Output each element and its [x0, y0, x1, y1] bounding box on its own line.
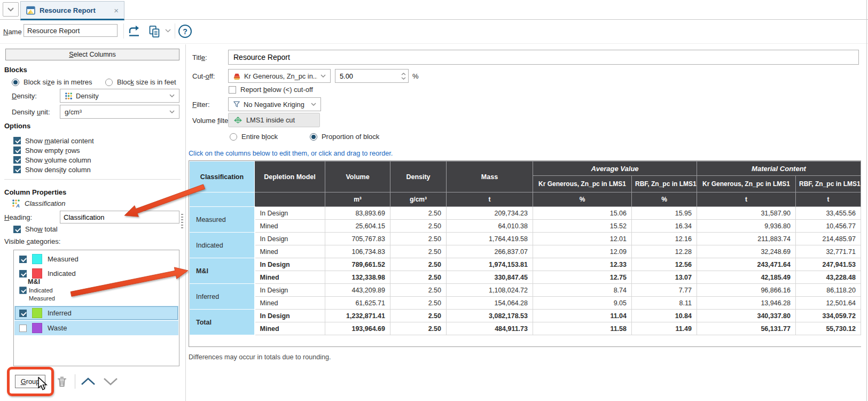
empty-row-cell [190, 335, 861, 346]
name-input[interactable] [24, 24, 118, 37]
group-child-measured: Measured [29, 295, 55, 302]
value-cell: 42,185.49 [697, 271, 796, 284]
move-up-button[interactable] [80, 376, 96, 388]
checkbox-checked-icon [13, 166, 21, 173]
classification-cell: Measured [190, 207, 255, 233]
report-row: IndicatedIn Design705,767.832.501,764,41… [190, 233, 861, 245]
report-row: Mined132,338.982.50330,847.4512.7513.074… [190, 271, 861, 284]
density-select[interactable]: Density [60, 89, 179, 103]
value-cell: 1,108,024.72 [447, 284, 533, 297]
column-header-mass[interactable]: Mass [447, 161, 533, 192]
value-cell: 12.56 [632, 258, 697, 271]
checkbox-checked-icon [19, 256, 27, 263]
heading-input[interactable] [60, 211, 179, 223]
checkbox-checked-icon[interactable] [19, 287, 26, 294]
show-material-content-checkbox[interactable]: Show material content [13, 136, 94, 145]
value-cell: 15.06 [533, 207, 632, 220]
show-empty-rows-checkbox[interactable]: Show empty rows [13, 146, 80, 155]
radio-unselected-icon [105, 79, 113, 86]
tab-resource-report[interactable]: Resource Report × [20, 1, 124, 20]
value-cell: 12.01 [533, 233, 632, 245]
value-cell: 193,964.69 [325, 322, 390, 335]
report-row: TotalIn Design1,232,871.412.503,082,178.… [190, 310, 861, 322]
value-cell: 484,911.73 [447, 322, 533, 335]
value-cell: 7.77 [632, 284, 697, 297]
resource-report-icon [26, 6, 35, 15]
svg-text:A: A [15, 203, 20, 208]
depletion-model-cell: Mined [255, 271, 325, 284]
density-unit-select[interactable]: g/cm³ [60, 105, 179, 119]
percent-label: % [412, 72, 419, 80]
column-header-classification[interactable]: Classification [190, 161, 255, 192]
help-button[interactable]: ? [178, 25, 192, 38]
category-row-measured[interactable]: Measured [14, 252, 178, 266]
cutoff-select[interactable]: Kr Generous, Zn_pc in... [228, 69, 331, 83]
cutoff-percent-input[interactable] [335, 72, 398, 80]
unit-cell [255, 192, 325, 207]
tab-list-dropdown-button[interactable] [3, 2, 19, 17]
classification-cell: Total [190, 310, 255, 335]
column-header-depletion-model[interactable]: Depletion Model [255, 161, 325, 192]
move-down-button[interactable] [103, 376, 119, 388]
splitter-grip-icon[interactable] [181, 214, 183, 229]
group-button[interactable]: Group [15, 375, 45, 388]
report-row: Mined106,734.832.50266,837.0712.0912.283… [190, 245, 861, 258]
value-cell: 211,883.74 [697, 233, 796, 245]
visible-categories-label: Visible categories: [4, 237, 60, 245]
checkbox-checked-icon [13, 156, 21, 164]
tab-close-icon[interactable]: × [114, 6, 119, 14]
value-cell: 12.09 [533, 245, 632, 258]
show-density-column-checkbox[interactable]: Show density column [13, 165, 91, 174]
checkbox-checked-icon [19, 270, 27, 277]
report-row: MeasuredIn Design83,893.692.50209,734.23… [190, 207, 861, 220]
value-cell: 32,248.69 [697, 245, 796, 258]
window-border [866, 0, 867, 401]
column-header-avg-rbf[interactable]: RBF, Zn_pc in LMS1 [632, 176, 697, 192]
category-row-waste[interactable]: Waste [14, 321, 178, 335]
block-size-metres-radio[interactable]: Block size is in metres [12, 78, 92, 86]
show-volume-column-checkbox[interactable]: Show volume column [13, 156, 91, 164]
color-swatch [32, 323, 42, 333]
spinner-arrows[interactable] [398, 73, 408, 80]
cutoff-percent-spinner[interactable] [335, 69, 409, 83]
value-cell: 2.50 [390, 245, 447, 258]
unit-cell: g/cm³ [390, 192, 447, 207]
value-cell: 1,232,871.41 [325, 310, 390, 322]
report-below-checkbox[interactable]: Report below (<) cut-off [229, 86, 313, 94]
category-row-inferred[interactable]: Inferred [14, 306, 178, 320]
block-size-feet-radio[interactable]: Block size is in feet [105, 78, 176, 86]
column-header-mc-kr[interactable]: Kr Generous, Zn_pc in LMS1 [697, 176, 796, 192]
value-cell: 330,847.45 [447, 271, 533, 284]
volume-filter-chip[interactable]: LMS1 inside cut [228, 113, 320, 127]
group-header-material-content: Material Content [697, 161, 861, 176]
title-input[interactable] [228, 50, 859, 65]
column-header-mc-rbf[interactable]: RBF, Zn_pc in LMS1 [796, 176, 861, 192]
select-columns-button[interactable]: Select Columns [5, 49, 179, 60]
value-cell: 56,131.77 [697, 322, 796, 335]
copy-dropdown-button[interactable] [165, 29, 171, 33]
delete-button[interactable] [55, 375, 69, 389]
checkbox-checked-icon [19, 310, 27, 317]
entire-block-radio[interactable]: Entire block [230, 133, 278, 141]
column-header-avg-kr[interactable]: Kr Generous, Zn_pc in LMS1 [533, 176, 632, 192]
category-label: Measured [48, 255, 79, 263]
value-cell: 86,118.20 [796, 284, 861, 297]
column-header-density[interactable]: Density [390, 161, 447, 192]
export-button[interactable] [127, 25, 141, 38]
proportion-of-block-radio[interactable]: Proportion of block [310, 133, 379, 141]
panel-splitter[interactable] [185, 44, 186, 401]
copy-button[interactable] [147, 25, 162, 39]
value-cell: 9,936.80 [697, 220, 796, 233]
toolbar-divider [123, 24, 124, 38]
resource-report-window: Resource Report × Name ? Sel [0, 0, 868, 401]
filter-select[interactable]: No Negative Kriging [228, 97, 321, 111]
column-properties-heading: Column Properties [4, 188, 66, 196]
chevron-down-icon [103, 376, 119, 387]
checkbox-unchecked-icon [229, 86, 236, 94]
column-header-volume[interactable]: Volume [325, 161, 390, 192]
show-total-checkbox[interactable]: Show total [13, 225, 58, 233]
value-cell: 789,661.52 [325, 258, 390, 271]
value-cell: 2.50 [390, 233, 447, 245]
value-cell: 340,337.80 [697, 310, 796, 322]
selected-column-name: Classification [25, 199, 66, 207]
